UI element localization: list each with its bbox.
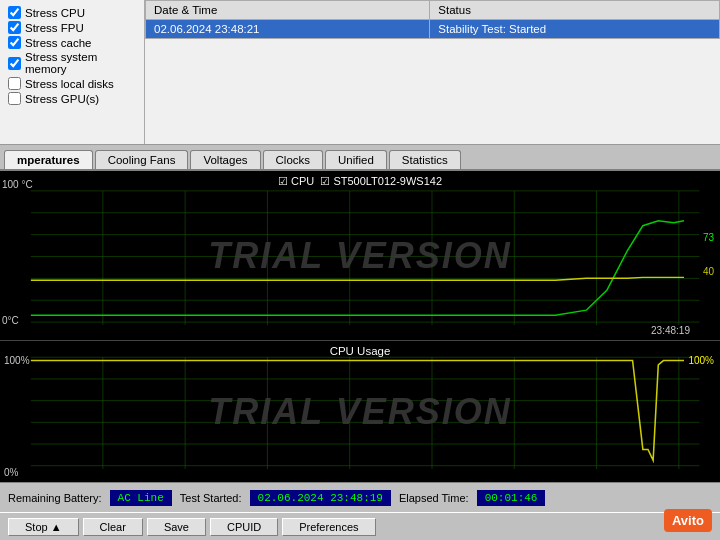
avito-badge: Avito: [664, 509, 712, 532]
checkbox-item-1: Stress FPU: [8, 21, 136, 34]
temp-timestamp: 23:48:19: [651, 325, 690, 336]
log-status-0: Stability Test: Started: [430, 20, 720, 39]
temp-val-40: 40: [703, 266, 714, 277]
checkbox-input-3[interactable]: [8, 57, 21, 70]
button-0[interactable]: Stop ▲: [8, 518, 79, 536]
checkbox-input-5[interactable]: [8, 92, 21, 105]
log-row-0[interactable]: 02.06.2024 23:48:21Stability Test: Start…: [146, 20, 720, 39]
cpu-chart-title: CPU Usage: [330, 345, 391, 357]
log-col-datetime: Date & Time: [146, 1, 430, 20]
elapsed-value: 00:01:46: [477, 490, 546, 506]
buttons-bar: Stop ▲ClearSaveCPUIDPreferences: [0, 512, 720, 540]
tab-0[interactable]: mperatures: [4, 150, 93, 169]
tab-2[interactable]: Voltages: [190, 150, 260, 169]
button-2[interactable]: Save: [147, 518, 206, 536]
temp-chart-container: 100 °C 0°C 73 40 23:48:19 ☑ CPU ☑ ST500L…: [0, 171, 720, 341]
button-4[interactable]: Preferences: [282, 518, 375, 536]
tab-5[interactable]: Statistics: [389, 150, 461, 169]
checkbox-input-0[interactable]: [8, 6, 21, 19]
temp-chart-title: ☑ CPU ☑ ST500LT012-9WS142: [278, 175, 442, 188]
checkbox-label-2: Stress cache: [25, 37, 91, 49]
cpu-chart-container: CPU Usage 100% 0% 100% TRIAL VERSION: [0, 341, 720, 482]
cpu-chart-svg: [0, 341, 720, 482]
tabs-row: mperaturesCooling FansVoltagesClocksUnif…: [0, 145, 720, 171]
tab-3[interactable]: Clocks: [263, 150, 324, 169]
remaining-battery-label: Remaining Battery:: [8, 492, 102, 504]
checkbox-label-4: Stress local disks: [25, 78, 114, 90]
checkbox-item-0: Stress CPU: [8, 6, 136, 19]
temp-y-unit: 100 °C: [2, 179, 33, 190]
temp-chart-svg: [0, 171, 720, 340]
log-col-status: Status: [430, 1, 720, 20]
tab-1[interactable]: Cooling Fans: [95, 150, 189, 169]
checkbox-input-4[interactable]: [8, 77, 21, 90]
cpu-val-100: 100%: [688, 355, 714, 366]
remaining-battery-value: AC Line: [110, 490, 172, 506]
log-table: Date & Time Status 02.06.2024 23:48:21St…: [145, 0, 720, 39]
log-datetime-0: 02.06.2024 23:48:21: [146, 20, 430, 39]
temp-val-73: 73: [703, 232, 714, 243]
button-3[interactable]: CPUID: [210, 518, 278, 536]
checkbox-item-2: Stress cache: [8, 36, 136, 49]
main-container: Stress CPUStress FPUStress cacheStress s…: [0, 0, 720, 540]
checkbox-input-2[interactable]: [8, 36, 21, 49]
checkbox-input-1[interactable]: [8, 21, 21, 34]
checkbox-label-5: Stress GPU(s): [25, 93, 99, 105]
tab-4[interactable]: Unified: [325, 150, 387, 169]
button-1[interactable]: Clear: [83, 518, 143, 536]
top-section: Stress CPUStress FPUStress cacheStress s…: [0, 0, 720, 145]
test-started-value: 02.06.2024 23:48:19: [250, 490, 391, 506]
checkbox-label-1: Stress FPU: [25, 22, 84, 34]
status-bar: Remaining Battery: AC Line Test Started:…: [0, 482, 720, 512]
svg-rect-16: [0, 341, 720, 482]
test-started-label: Test Started:: [180, 492, 242, 504]
cpu-y-top: 100%: [4, 355, 30, 366]
checkbox-panel: Stress CPUStress FPUStress cacheStress s…: [0, 0, 145, 144]
avito-label: Avito: [672, 513, 704, 528]
log-panel: Date & Time Status 02.06.2024 23:48:21St…: [145, 0, 720, 144]
checkbox-label-0: Stress CPU: [25, 7, 85, 19]
charts-area: 100 °C 0°C 73 40 23:48:19 ☑ CPU ☑ ST500L…: [0, 171, 720, 482]
checkbox-label-3: Stress system memory: [25, 51, 136, 75]
checkbox-item-5: Stress GPU(s): [8, 92, 136, 105]
temp-y-bottom: 0°C: [2, 315, 19, 326]
checkbox-item-3: Stress system memory: [8, 51, 136, 75]
cpu-y-bottom: 0%: [4, 467, 18, 478]
checkbox-item-4: Stress local disks: [8, 77, 136, 90]
elapsed-label: Elapsed Time:: [399, 492, 469, 504]
